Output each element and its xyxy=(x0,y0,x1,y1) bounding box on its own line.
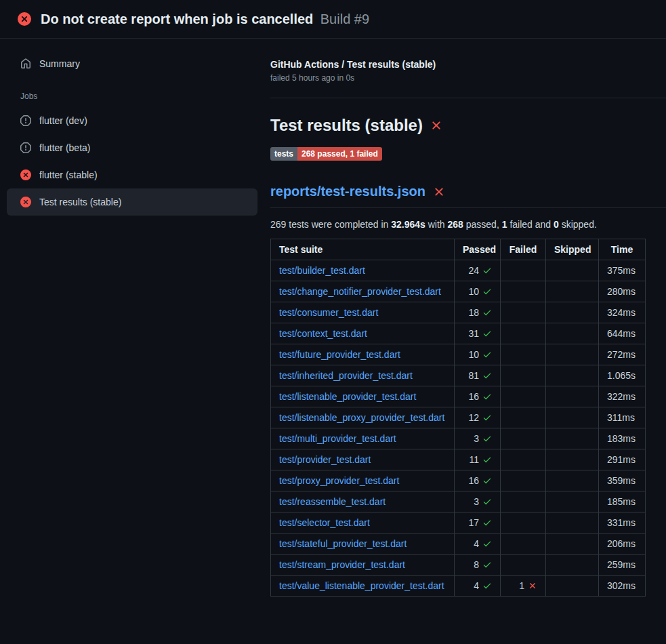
check-icon xyxy=(479,433,492,444)
time-cell: 259ms xyxy=(599,555,646,576)
failed-cell xyxy=(501,281,546,302)
skipped-cell xyxy=(546,555,599,576)
x-icon xyxy=(524,580,537,591)
table-row: test/stateful_provider_test.dart4206ms xyxy=(271,534,646,555)
suite-cell: test/proxy_provider_test.dart xyxy=(271,470,455,491)
passed-count: 10 xyxy=(468,349,479,360)
check-icon xyxy=(479,412,492,423)
suite-link[interactable]: test/multi_provider_test.dart xyxy=(279,433,396,444)
passed-count: 3 xyxy=(474,433,479,444)
check-icon xyxy=(479,328,492,339)
suite-link[interactable]: test/listenable_proxy_provider_test.dart xyxy=(279,412,444,423)
skipped-cell xyxy=(546,281,599,302)
suite-cell: test/provider_test.dart xyxy=(271,449,455,470)
suite-link[interactable]: test/change_notifier_provider_test.dart xyxy=(279,286,441,297)
skipped-cell xyxy=(546,470,599,491)
check-icon xyxy=(479,370,492,381)
table-row: test/provider_test.dart11291ms xyxy=(271,449,646,470)
time-cell: 183ms xyxy=(599,428,646,449)
passed-cell: 10 xyxy=(455,281,501,302)
passed-cell: 16 xyxy=(455,470,501,491)
failed-cell xyxy=(501,534,546,555)
report-link[interactable]: reports/test-results.json xyxy=(270,184,425,199)
passed-cell: 16 xyxy=(455,386,501,407)
time-cell: 322ms xyxy=(599,386,646,407)
table-row: test/builder_test.dart24375ms xyxy=(271,260,646,281)
app-root: Do not create report when job is cancell… xyxy=(0,0,666,644)
failed-cell xyxy=(501,344,546,365)
passed-count: 10 xyxy=(468,286,479,297)
x-icon xyxy=(430,119,443,132)
sidebar: Summary Jobs flutter (dev)flutter (beta)… xyxy=(0,39,264,644)
time-cell: 644ms xyxy=(599,323,646,344)
check-icon xyxy=(479,559,492,570)
suite-link[interactable]: test/stateful_provider_test.dart xyxy=(279,538,407,549)
suite-link[interactable]: test/inherited_provider_test.dart xyxy=(279,370,413,381)
badge-value: 268 passed, 1 failed xyxy=(297,147,382,161)
check-icon xyxy=(479,307,492,318)
check-icon xyxy=(479,538,492,549)
suite-link[interactable]: test/context_test.dart xyxy=(279,328,367,339)
failed-cell xyxy=(501,512,546,534)
failed-cell xyxy=(501,428,546,449)
sidebar-item-label: flutter (dev) xyxy=(39,115,87,126)
time-cell: 206ms xyxy=(599,534,646,555)
stop-icon xyxy=(20,115,31,126)
passed-cell: 10 xyxy=(455,344,501,365)
suite-cell: test/stateful_provider_test.dart xyxy=(271,534,455,555)
time-cell: 359ms xyxy=(599,470,646,491)
main-panel: GitHub Actions / Test results (stable) f… xyxy=(264,39,666,644)
passed-count: 8 xyxy=(474,559,479,570)
passed-cell: 3 xyxy=(455,491,501,512)
suite-link[interactable]: test/consumer_test.dart xyxy=(279,307,378,318)
check-icon xyxy=(479,265,492,276)
stop-icon xyxy=(20,142,31,153)
suite-link[interactable]: test/provider_test.dart xyxy=(279,454,371,465)
sidebar-item-label: Test results (stable) xyxy=(39,197,121,207)
suite-cell: test/listenable_proxy_provider_test.dart xyxy=(271,407,455,428)
suite-link[interactable]: test/reassemble_test.dart xyxy=(279,496,386,507)
time-cell: 302ms xyxy=(599,576,646,597)
table-row: test/consumer_test.dart18324ms xyxy=(271,302,646,323)
passed-count: 17 xyxy=(468,517,479,528)
report-heading: reports/test-results.json xyxy=(270,184,666,208)
passed-count: 12 xyxy=(468,412,479,423)
sidebar-item-flutter-beta[interactable]: flutter (beta) xyxy=(7,134,257,161)
table-row: test/change_notifier_provider_test.dart1… xyxy=(271,281,646,302)
table-row: test/value_listenable_provider_test.dart… xyxy=(271,576,646,597)
suite-cell: test/consumer_test.dart xyxy=(271,302,455,323)
sidebar-item-flutter-stable[interactable]: flutter (stable) xyxy=(7,161,257,188)
suite-cell: test/inherited_provider_test.dart xyxy=(271,365,455,386)
suite-link[interactable]: test/selector_test.dart xyxy=(279,517,370,528)
suite-link[interactable]: test/proxy_provider_test.dart xyxy=(279,475,399,486)
suite-link[interactable]: test/future_provider_test.dart xyxy=(279,349,400,360)
failed-cell xyxy=(501,323,546,344)
skipped-cell xyxy=(546,534,599,555)
passed-count: 24 xyxy=(468,265,479,276)
passed-cell: 24 xyxy=(455,260,501,281)
suite-link[interactable]: test/stream_provider_test.dart xyxy=(279,559,405,570)
check-icon xyxy=(479,517,492,528)
time-cell: 272ms xyxy=(599,344,646,365)
status-line: failed 5 hours ago in 0s xyxy=(270,73,666,83)
time-cell: 311ms xyxy=(599,407,646,428)
column-header: Test suite xyxy=(271,239,455,260)
suite-link[interactable]: test/builder_test.dart xyxy=(279,265,365,276)
x-circle-icon xyxy=(18,12,31,26)
failed-cell: 1 xyxy=(501,576,546,597)
sidebar-item-label: flutter (stable) xyxy=(39,169,98,180)
section-title-text: Test results (stable) xyxy=(270,116,423,135)
table-row: test/inherited_provider_test.dart811.065… xyxy=(271,365,646,386)
results-table: Test suitePassedFailedSkippedTime test/b… xyxy=(270,239,646,597)
suite-link[interactable]: test/value_listenable_provider_test.dart xyxy=(279,580,444,591)
time-cell: 185ms xyxy=(599,491,646,512)
suite-link[interactable]: test/listenable_provider_test.dart xyxy=(279,391,416,402)
skipped-cell xyxy=(546,386,599,407)
sidebar-item-summary[interactable]: Summary xyxy=(7,50,257,77)
sidebar-item-test-results-stable[interactable]: Test results (stable) xyxy=(7,188,257,216)
skipped-cell xyxy=(546,344,599,365)
table-row: test/proxy_provider_test.dart16359ms xyxy=(271,470,646,491)
suite-cell: test/value_listenable_provider_test.dart xyxy=(271,576,455,597)
sidebar-item-flutter-dev[interactable]: flutter (dev) xyxy=(7,107,257,134)
passed-cell: 17 xyxy=(455,512,501,534)
